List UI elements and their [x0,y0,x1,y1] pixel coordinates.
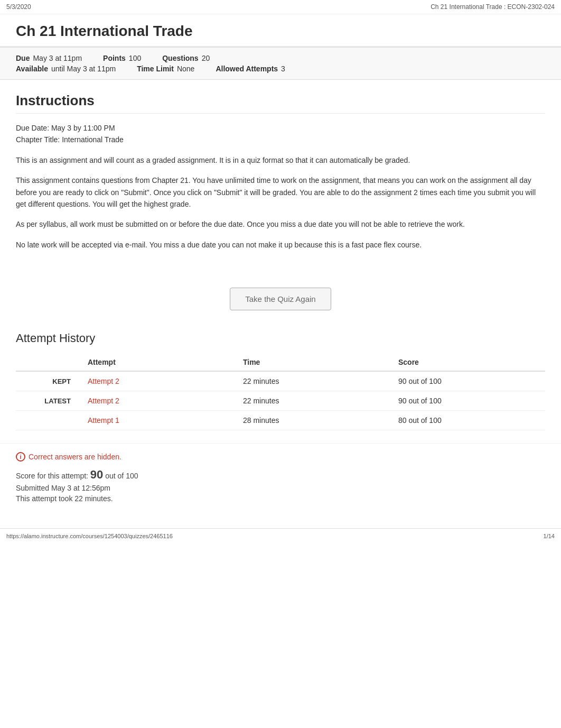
attempt-history-section: Attempt History Attempt Time Score KEPTA… [0,331,561,443]
correct-answers-text: Correct answers are hidden. [29,453,121,461]
allowed-attempts-label: Allowed Attempts [216,64,278,73]
instructions-section: Instructions Due Date: May 3 by 11:00 PM… [0,80,561,272]
score-line: Score for this attempt: 90 out of 100 [16,468,545,482]
questions-item: Questions 20 [162,54,210,62]
points-value: 100 [129,54,141,62]
attempt-history-title: Attempt History [16,331,545,345]
due-item: Due May 3 at 11pm [16,54,82,62]
instructions-p2: This is an assignment and will count as … [16,154,545,166]
attempt-table: Attempt Time Score KEPTAttempt 222 minut… [16,354,545,430]
top-bar-breadcrumb: Ch 21 International Trade : ECON-2302-02… [431,3,555,11]
time-limit-value: None [177,64,194,73]
top-bar: 5/3/2020 Ch 21 International Trade : ECO… [0,0,561,14]
quiz-meta: Due May 3 at 11pm Points 100 Questions 2… [0,47,561,80]
table-row: Attempt 128 minutes80 out of 100 [16,411,545,430]
submitted-line: Submitted May 3 at 12:56pm [16,484,545,492]
score-details: Score for this attempt: 90 out of 100 Su… [16,468,545,503]
info-icon: i [16,452,25,462]
available-item: Available until May 3 at 11pm [16,64,116,73]
due-value: May 3 at 11pm [33,54,82,62]
time-limit-item: Time Limit None [137,64,194,73]
score-value: 90 [90,468,103,481]
score-section: i Correct answers are hidden. Score for … [0,443,561,518]
row-time: 22 minutes [235,371,390,391]
instructions-p3: This assignment contains questions from … [16,174,545,210]
quiz-meta-line1: Due May 3 at 11pm Points 100 Questions 2… [16,53,545,63]
attempt-link[interactable]: Attempt 2 [88,397,119,405]
take-quiz-button[interactable]: Take the Quiz Again [230,288,331,310]
instructions-p4: As per syllabus, all work must be submit… [16,218,545,230]
top-bar-date: 5/3/2020 [6,3,31,11]
instructions-p1: Due Date: May 3 by 11:00 PMChapter Title… [16,122,545,146]
score-prefix: Score for this attempt: [16,472,90,480]
questions-label: Questions [162,54,198,62]
table-row: KEPTAttempt 222 minutes90 out of 100 [16,371,545,391]
col-header-time: Time [235,354,390,371]
page-title: Ch 21 International Trade [16,23,545,40]
questions-value: 20 [202,54,210,62]
col-header-score: Score [390,354,545,371]
due-label: Due [16,54,30,62]
points-label: Points [103,54,126,62]
attempt-link[interactable]: Attempt 2 [88,377,119,385]
row-attempt[interactable]: Attempt 2 [79,371,235,391]
correct-answers-notice: i Correct answers are hidden. [16,452,545,462]
footer-url: https://alamo.instructure.com/courses/12… [6,533,173,539]
row-attempt[interactable]: Attempt 2 [79,391,235,411]
allowed-attempts-value: 3 [281,64,285,73]
time-taken-line: This attempt took 22 minutes. [16,494,545,503]
available-value: until May 3 at 11pm [51,64,116,73]
table-row: LATESTAttempt 222 minutes90 out of 100 [16,391,545,411]
row-label: KEPT [16,371,79,391]
row-attempt[interactable]: Attempt 1 [79,411,235,430]
instructions-title: Instructions [16,93,545,114]
row-time: 22 minutes [235,391,390,411]
take-quiz-container: Take the Quiz Again [0,288,561,310]
page-title-section: Ch 21 International Trade [0,14,561,47]
points-item: Points 100 [103,54,141,62]
score-suffix: out of 100 [103,472,138,480]
instructions-p5: No late work will be accepted via e-mail… [16,239,545,251]
col-header-attempt: Attempt [79,354,235,371]
row-label: LATEST [16,391,79,411]
col-header-label [16,354,79,371]
row-time: 28 minutes [235,411,390,430]
allowed-attempts-item: Allowed Attempts 3 [216,64,285,73]
footer-bar: https://alamo.instructure.com/courses/12… [0,528,561,543]
table-header-row: Attempt Time Score [16,354,545,371]
row-score: 90 out of 100 [390,391,545,411]
time-limit-label: Time Limit [137,64,174,73]
row-label [16,411,79,430]
attempt-link[interactable]: Attempt 1 [88,416,119,425]
row-score: 80 out of 100 [390,411,545,430]
available-label: Available [16,64,48,73]
row-score: 90 out of 100 [390,371,545,391]
quiz-meta-line2: Available until May 3 at 11pm Time Limit… [16,63,545,74]
footer-page: 1/14 [544,533,555,539]
instructions-text: Due Date: May 3 by 11:00 PMChapter Title… [16,122,545,251]
